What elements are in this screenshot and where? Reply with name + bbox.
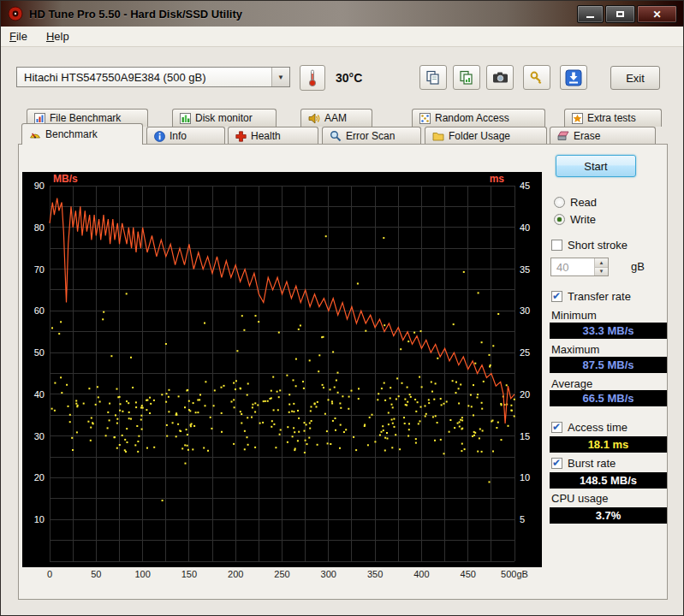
svg-text:80: 80 [34,222,45,233]
stepper-down-icon[interactable]: ▼ [595,268,608,276]
menu-file[interactable]: File [9,30,27,43]
transfer-rate-option[interactable]: Transfer rate [551,290,631,303]
camera-icon [492,71,509,84]
tab-health[interactable]: Health [228,127,318,145]
short-stroke-stepper: ▲ ▼ [594,258,608,275]
short-stroke-checkbox[interactable] [551,240,562,251]
extra-tests-icon [572,113,583,124]
copy-button[interactable] [419,65,447,90]
average-label: Average [551,377,592,390]
copy-icon [425,70,441,86]
read-label: Read [570,196,597,209]
x-tick-label: 350 [367,569,383,579]
write-radio[interactable] [554,214,565,225]
burst-rate-label: Burst rate [568,457,616,470]
svg-text:20: 20 [34,472,45,483]
tab-label: Error Scan [346,130,395,142]
file-benchmark-icon [34,113,45,124]
download-icon [565,69,582,86]
x-tick-label: 300 [321,569,336,579]
tab-aam[interactable]: AAM [300,109,372,127]
burst-rate-option[interactable]: Burst rate [551,457,616,470]
access-time-option[interactable]: Access time [551,421,627,434]
access-time-scatter [51,235,515,501]
read-option[interactable]: Read [554,196,597,209]
svg-text:15: 15 [520,431,530,441]
burst-rate-checkbox[interactable] [551,458,562,469]
tab-extra-tests[interactable]: Extra tests [564,109,662,127]
svg-text:30: 30 [520,305,530,316]
write-label: Write [570,213,596,226]
burst-rate-value: 148.5 MB/s [550,472,667,489]
close-button[interactable]: ✕ [637,5,677,23]
exit-button[interactable]: Exit [610,66,660,90]
svg-text:70: 70 [34,264,45,275]
keys-icon [529,70,544,86]
right-axis-ticks: 45403530252015105 [520,181,530,524]
short-stroke-option[interactable]: Short stroke [551,239,627,252]
window-title: HD Tune Pro 5.50 - Hard Disk/SSD Utility [29,8,242,21]
svg-text:10: 10 [34,514,45,524]
tab-random-access[interactable]: Random Access [412,109,545,127]
svg-text:20: 20 [520,389,530,400]
left-axis-unit: MB/s [53,173,78,185]
health-cross-icon [235,131,247,142]
tab-label: Info [170,130,187,142]
options-button[interactable] [523,65,550,90]
random-access-icon [419,113,431,124]
x-tick-label: 250 [274,569,289,579]
benchmark-gauge-icon [29,128,41,140]
copy-results-button[interactable] [453,65,480,90]
chart-svg: 90807060504030201045403530252015105MB/sm… [22,172,542,567]
menubar: File Help [1,27,683,47]
tab-benchmark[interactable]: Benchmark [21,123,143,145]
average-value: 66.5 MB/s [550,390,667,406]
cpu-usage-label: CPU usage [551,492,608,505]
app-window: HD Tune Pro 5.50 - Hard Disk/SSD Utility… [0,0,684,616]
eraser-icon [557,131,569,141]
app-icon [8,6,23,21]
short-stroke-value[interactable]: 40 [551,258,594,275]
access-time-value: 18.1 ms [550,436,667,453]
minimum-value: 33.3 MB/s [550,323,667,339]
tab-info[interactable]: Info [146,127,225,145]
save-button[interactable] [560,65,587,90]
svg-text:25: 25 [520,347,530,358]
tab-label: Erase [574,130,600,142]
maximize-button[interactable] [605,5,635,23]
tab-disk-monitor[interactable]: Disk monitor [172,109,277,127]
menu-help[interactable]: Help [46,30,69,43]
tab-folder-usage[interactable]: Folder Usage [425,127,547,145]
benchmark-chart: 90807060504030201045403530252015105MB/sm… [22,172,542,567]
x-tick-label: 50 [91,569,101,579]
short-stroke-input[interactable]: 40 ▲ ▼ [550,258,609,276]
window-controls: ✕ [577,5,677,23]
tab-erase[interactable]: Erase [550,127,656,145]
transfer-rate-checkbox[interactable] [551,291,562,302]
short-stroke-unit: gB [631,260,645,273]
x-tick-label: 150 [181,569,197,579]
copy-results-icon [459,70,474,86]
read-radio[interactable] [554,197,565,208]
drive-select[interactable]: Hitachi HTS547550A9E384 (500 gB) [16,67,290,87]
stepper-up-icon[interactable]: ▲ [595,258,608,268]
svg-text:50: 50 [34,347,45,358]
screenshot-button[interactable] [486,65,514,90]
write-option[interactable]: Write [554,213,596,226]
x-tick-label: 200 [228,569,243,579]
minimum-label: Minimum [551,309,597,322]
svg-text:35: 35 [520,264,530,275]
tab-label: File Benchmark [50,112,121,124]
close-icon: ✕ [652,9,661,20]
x-tick-label: 100 [134,569,150,579]
access-time-checkbox[interactable] [551,422,562,433]
tab-label: Benchmark [45,128,98,140]
x-tick-label: 400 [413,569,429,579]
start-button[interactable]: Start [556,155,636,177]
x-tick-label: 450 [461,569,476,579]
drive-select-value: Hitachi HTS547550A9E384 (500 gB) [17,71,271,84]
minimize-button[interactable] [577,5,604,23]
tab-error-scan[interactable]: Error Scan [322,127,421,145]
chevron-down-icon[interactable] [271,68,289,86]
temperature-button[interactable] [300,65,325,91]
